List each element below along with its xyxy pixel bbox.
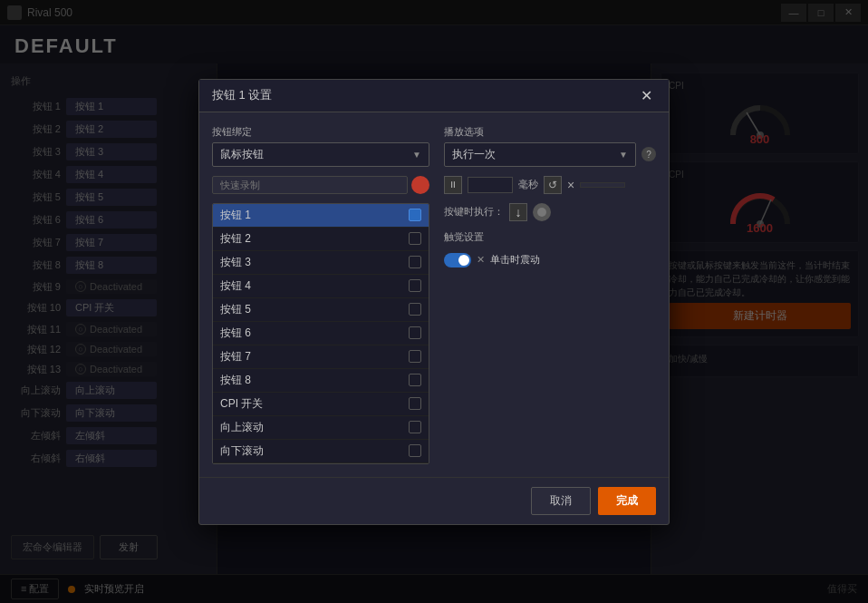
dialog-list-item-checkbox[interactable] xyxy=(409,256,421,268)
quick-create-input[interactable] xyxy=(212,176,408,194)
button-assignment-list: 按钮 1按钮 2按钮 3按钮 4按钮 5按钮 6按钮 7按钮 8CPI 开关向上… xyxy=(212,203,429,464)
dialog-list-item[interactable]: 按钮 8 xyxy=(213,369,429,393)
dialog-list-item[interactable]: CPI 开关 xyxy=(213,393,429,416)
dialog-list-item-label: 按钮 1 xyxy=(220,208,403,223)
dialog-close-button[interactable]: ✕ xyxy=(637,87,656,104)
dialog-footer: 取消 完成 xyxy=(199,477,669,524)
dialog-list-item[interactable]: 向下滚动 xyxy=(213,440,429,463)
dialog-right-panel: 播放选项 执行一次 ▼ ? ⏸ 毫秒 ↺ xyxy=(429,125,656,464)
clear-time-button[interactable]: × xyxy=(567,178,574,192)
toggle-knob xyxy=(458,255,469,266)
confirm-button[interactable]: 完成 xyxy=(598,487,656,515)
dialog-list-item-label: 向下滚动 xyxy=(220,443,403,459)
repeat-button[interactable]: ↺ xyxy=(544,176,562,194)
play-options-row: 执行一次 ▼ ? xyxy=(444,142,656,167)
dialog-list-item-checkbox[interactable] xyxy=(409,279,421,292)
binding-dropdown[interactable]: 鼠标按钮 ▼ xyxy=(212,142,429,167)
play-chevron-icon: ▼ xyxy=(619,150,628,160)
svg-point-7 xyxy=(537,208,546,217)
chevron-down-icon: ▼ xyxy=(412,150,421,160)
dialog-list-item[interactable]: 按钮 5 xyxy=(213,298,429,322)
dialog-list-item-label: 按钮 4 xyxy=(220,278,403,294)
dialog-list-item-label: 按钮 2 xyxy=(220,231,403,247)
play-section-label: 播放选项 xyxy=(444,125,656,139)
dialog-list-item-checkbox[interactable] xyxy=(409,209,421,221)
dialog-title: 按钮 1 设置 xyxy=(212,87,272,103)
dialog-list-item-checkbox[interactable] xyxy=(409,232,421,245)
dialog-list-item[interactable]: 按钮 6 xyxy=(213,322,429,345)
keystroke-row: 按键时执行： ↓ xyxy=(444,203,656,221)
dialog-list-item-checkbox[interactable] xyxy=(409,350,421,363)
dialog-list-item-checkbox[interactable] xyxy=(409,397,421,410)
binding-dropdown-value: 鼠标按钮 xyxy=(220,147,264,162)
dialog-left-panel: 按钮绑定 鼠标按钮 ▼ 按钮 1按钮 2按钮 3按钮 4按钮 5按钮 6按钮 7… xyxy=(212,125,429,464)
quick-create-row xyxy=(212,176,429,194)
dialog-list-item-label: CPI 开关 xyxy=(220,396,403,412)
haptic-section: 触觉设置 ✕ 单击时震动 xyxy=(444,230,656,267)
dialog-list-item-label: 按钮 8 xyxy=(220,373,403,388)
cancel-button[interactable]: 取消 xyxy=(531,487,591,515)
dialog-list-item-label: 按钮 6 xyxy=(220,326,403,341)
dialog-list-item[interactable]: 按钮 3 xyxy=(213,251,429,275)
time-input[interactable] xyxy=(468,177,513,193)
record-button[interactable] xyxy=(411,176,429,194)
play-dropdown[interactable]: 执行一次 ▼ xyxy=(444,142,636,167)
dialog-list-item[interactable]: 向上滚动 xyxy=(213,416,429,440)
time-row: ⏸ 毫秒 ↺ × xyxy=(444,176,656,194)
dialog-list-item-checkbox[interactable] xyxy=(409,444,421,457)
haptic-x-button[interactable]: ✕ xyxy=(477,254,485,266)
binding-section-label: 按钮绑定 xyxy=(212,125,429,139)
keystroke-down-button[interactable]: ↓ xyxy=(509,203,527,221)
dialog-list-item-checkbox[interactable] xyxy=(409,421,421,433)
dialog-list-item[interactable]: 按钮 4 xyxy=(213,275,429,298)
dialog-list-item-label: 向上滚动 xyxy=(220,420,403,435)
dialog-list-item-checkbox[interactable] xyxy=(409,374,421,386)
keystroke-label: 按键时执行： xyxy=(444,205,504,219)
haptic-row: ✕ 单击时震动 xyxy=(444,253,656,267)
dialog-list-item[interactable]: 按钮 2 xyxy=(213,228,429,251)
dialog-list-item-checkbox[interactable] xyxy=(409,303,421,316)
haptic-label: 单击时震动 xyxy=(490,253,540,267)
haptic-toggle[interactable] xyxy=(444,253,471,267)
dialog-list-item-label: 按钮 5 xyxy=(220,302,403,317)
dialog-body: 按钮绑定 鼠标按钮 ▼ 按钮 1按钮 2按钮 3按钮 4按钮 5按钮 6按钮 7… xyxy=(199,112,669,477)
dialog-list-item-checkbox[interactable] xyxy=(409,326,421,339)
dialog: 按钮 1 设置 ✕ 按钮绑定 鼠标按钮 ▼ xyxy=(198,79,670,525)
time-display xyxy=(580,182,625,188)
dialog-list-item[interactable]: 按钮 1 xyxy=(213,204,429,228)
help-button[interactable]: ? xyxy=(641,147,656,161)
pause-button[interactable]: ⏸ xyxy=(444,176,462,194)
play-dropdown-value: 执行一次 xyxy=(452,147,496,162)
modal-overlay: 按钮 1 设置 ✕ 按钮绑定 鼠标按钮 ▼ xyxy=(0,0,868,603)
dialog-list-item-label: 按钮 7 xyxy=(220,349,403,365)
haptic-section-label: 触觉设置 xyxy=(444,230,656,244)
dialog-list-item[interactable]: 按钮 7 xyxy=(213,345,429,369)
ms-label: 毫秒 xyxy=(518,178,538,191)
dialog-list-item-label: 按钮 3 xyxy=(220,255,403,270)
keystroke-circle-button[interactable] xyxy=(533,203,551,221)
dialog-titlebar: 按钮 1 设置 ✕ xyxy=(199,80,669,112)
